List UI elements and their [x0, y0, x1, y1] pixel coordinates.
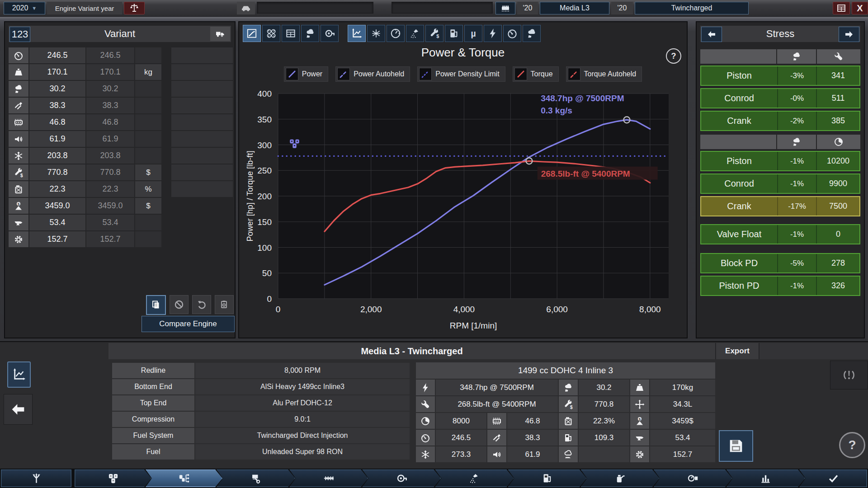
- legend-swatch: [568, 68, 580, 80]
- variant-stat-row: 246.5 246.5: [9, 47, 162, 63]
- paste-icon: [219, 299, 230, 310]
- prohibit-button[interactable]: [170, 295, 189, 314]
- next-arrow-button[interactable]: [839, 27, 859, 42]
- legend-item[interactable]: Torque: [513, 66, 559, 82]
- weight-icon: [13, 67, 24, 78]
- chart-tool-fuel-pump[interactable]: [445, 25, 463, 42]
- power-icon: [420, 382, 431, 393]
- legend-item[interactable]: Power Density Limit: [417, 66, 505, 82]
- nav-tab-variant-tree[interactable]: [146, 469, 222, 487]
- summary-value: 348.7hp @ 7500RPM: [436, 380, 558, 395]
- summary-row: 800046.822.3%3459$: [416, 413, 715, 429]
- chart-tool-curve[interactable]: [243, 25, 261, 42]
- nav-tab-confirm[interactable]: [799, 469, 867, 487]
- family-name-field[interactable]: Media L3: [540, 2, 609, 14]
- numeric-view-button[interactable]: 123: [9, 27, 30, 42]
- prev-arrow-button[interactable]: [701, 27, 722, 42]
- spec-value: Unleaded Super 98 RON: [195, 444, 410, 460]
- nav-tab-fuel-pump[interactable]: [508, 469, 587, 487]
- chart-tool-axes[interactable]: [348, 25, 366, 42]
- chart-tool-smoothness[interactable]: [523, 25, 541, 42]
- summary-value: 46.8: [507, 413, 558, 429]
- graph-view-button[interactable]: [7, 361, 31, 388]
- engine-summary: 1499 cc DOHC 4 Inline 3 348.7hp @ 7500RP…: [416, 362, 715, 462]
- legend-item[interactable]: Power: [284, 66, 328, 82]
- smoothness-icon: [791, 51, 802, 62]
- variant-stat-row: 203.8 203.8: [9, 148, 162, 164]
- nav-tab-family[interactable]: [75, 469, 151, 487]
- stat-value: 53.4: [29, 215, 85, 230]
- variant-stat-row: 38.3 38.3: [9, 98, 162, 113]
- summary-icon-cell: [559, 430, 578, 446]
- copy-icon: [151, 300, 161, 310]
- stat-unit: [135, 98, 161, 113]
- svg-text:100: 100: [257, 243, 272, 253]
- nav-tab-piston[interactable]: [217, 469, 295, 487]
- chart-tool-rpm-gauge[interactable]: [387, 25, 405, 42]
- back-button[interactable]: [4, 394, 33, 425]
- nav-tab-dyno[interactable]: [654, 469, 732, 487]
- variant-stat-row: 22.3 22.3 %: [9, 181, 162, 197]
- nav-tab-branch[interactable]: [1, 469, 71, 487]
- chart-tool-turbo[interactable]: [321, 25, 339, 42]
- truck-button[interactable]: [210, 27, 230, 41]
- chart-tool-table[interactable]: [282, 25, 300, 42]
- chart-tool-bolt[interactable]: [484, 25, 502, 42]
- chart-tool-knock[interactable]: [367, 25, 385, 42]
- chart-tool-smoothness[interactable]: [301, 25, 319, 42]
- empty-slot-field-2: [392, 2, 493, 14]
- stress-percent: -0%: [778, 89, 816, 108]
- summary-value: 268.5lb-ft @ 5400RPM: [436, 396, 558, 412]
- material-cost-icon: [634, 416, 645, 427]
- dyno-icon: [687, 472, 699, 484]
- chart-tool-responsiveness[interactable]: [503, 25, 521, 42]
- legend-item[interactable]: Power Autoheld: [335, 66, 410, 82]
- chart-tool-spray[interactable]: [406, 25, 424, 42]
- summary-icon-cell: [630, 380, 649, 395]
- stat-icon-cell: [9, 231, 28, 247]
- compare-list-slot: [171, 64, 233, 80]
- close-button[interactable]: X: [852, 2, 868, 14]
- nav-tab-crank[interactable]: [289, 469, 368, 487]
- svg-text:250: 250: [257, 166, 272, 175]
- undo-button[interactable]: [192, 295, 211, 314]
- chart-tool-service-cost[interactable]: [425, 25, 443, 42]
- export-button[interactable]: Export: [715, 343, 760, 359]
- help-button[interactable]: ?: [666, 48, 681, 64]
- stress-value: 385: [817, 112, 859, 130]
- nav-tab-spray[interactable]: [435, 469, 514, 487]
- legend-label: Torque Autoheld: [584, 70, 637, 78]
- warning-indicator[interactable]: [830, 361, 868, 389]
- stat-icon-cell: [9, 81, 28, 97]
- engine-block-button[interactable]: [495, 2, 515, 14]
- car-button[interactable]: [237, 2, 255, 14]
- svg-text:50: 50: [262, 268, 272, 278]
- stress-header-icon-cell: [777, 135, 816, 149]
- stat-unit: [135, 215, 161, 230]
- nav-tab-results[interactable]: [726, 469, 805, 487]
- year-select[interactable]: 2020 ▼: [4, 2, 45, 14]
- spec-value: Alu Perf DOHC-12: [195, 395, 410, 411]
- save-button[interactable]: [719, 430, 753, 462]
- stress-table: Piston -3% 341 Conrod -0% 511 Crank -2% …: [700, 46, 860, 298]
- balance-button[interactable]: [124, 2, 145, 14]
- stat-icon-cell: [9, 98, 28, 113]
- data-sheet-button[interactable]: [833, 2, 850, 14]
- chart-tool-dials[interactable]: [262, 25, 280, 42]
- compare-engine-button[interactable]: Compare Engine: [142, 316, 235, 332]
- svg-text:400: 400: [257, 89, 272, 99]
- stress-value: 326: [817, 277, 859, 295]
- summary-icon-cell: [487, 430, 506, 446]
- svg-text:RPM [1/min]: RPM [1/min]: [450, 321, 497, 330]
- chart-tool-mu[interactable]: [464, 25, 482, 42]
- nav-tab-turbo[interactable]: [362, 469, 441, 487]
- variant-name-field[interactable]: Twincharged: [635, 2, 749, 14]
- paste-button[interactable]: [215, 295, 234, 314]
- torque-icon: [420, 399, 431, 410]
- nav-tab-exhaust[interactable]: [581, 469, 660, 487]
- stress-row: Piston -3% 341: [700, 66, 860, 86]
- summary-icon-cell: [559, 446, 578, 462]
- legend-item[interactable]: Torque Autoheld: [566, 66, 642, 82]
- copy-button[interactable]: [146, 295, 166, 315]
- help-circle-button[interactable]: ?: [839, 432, 865, 458]
